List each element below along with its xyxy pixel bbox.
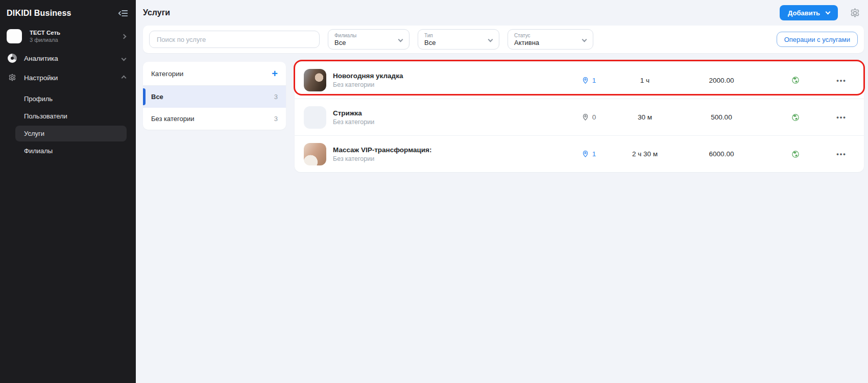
categories-title: Категории xyxy=(151,70,183,78)
service-row[interactable]: Массаж VIP-трансформация: Без категории … xyxy=(295,135,864,172)
service-category: Без категории xyxy=(333,81,566,88)
service-duration: 30 м xyxy=(612,113,678,121)
category-item-uncategorized[interactable]: Без категории 3 xyxy=(143,108,286,130)
search-input[interactable] xyxy=(149,31,320,48)
online-globe-icon xyxy=(791,113,800,122)
categories-panel: Категории + Все 3 Без категории 3 xyxy=(143,62,286,130)
add-category-icon[interactable]: + xyxy=(272,69,278,78)
chevron-right-icon xyxy=(122,34,127,39)
chevron-down-icon xyxy=(122,56,127,61)
online-globe-icon xyxy=(791,150,800,158)
topbar: Услуги Добавить xyxy=(143,0,864,26)
category-label: Все xyxy=(151,93,163,101)
service-price: 2000.00 xyxy=(678,77,765,84)
service-avatar xyxy=(304,143,326,165)
service-name: Стрижка xyxy=(333,109,566,117)
main-content: Услуги Добавить Филиалы Все Тип Все xyxy=(136,0,868,383)
account-switcher[interactable]: ТЕСТ Сеть 3 филиала xyxy=(0,25,136,49)
service-duration: 2 ч 30 м xyxy=(612,150,678,158)
row-menu-button[interactable]: ••• xyxy=(826,113,857,121)
service-row[interactable]: Новогодняя укладка Без категории 1 1 ч 2… xyxy=(295,62,864,99)
location-pin-icon xyxy=(582,113,589,121)
settings-gear-icon[interactable] xyxy=(849,7,861,19)
chevron-down-icon xyxy=(398,37,403,42)
service-row[interactable]: Стрижка Без категории 0 30 м 500.00 xyxy=(295,99,864,135)
service-price: 6000.00 xyxy=(678,150,765,158)
sidebar-item-label: Настройки xyxy=(24,74,115,82)
branches-filter-dropdown[interactable]: Филиалы Все xyxy=(328,29,409,50)
online-globe-icon xyxy=(791,76,800,84)
sidebar-item-users[interactable]: Пользователи xyxy=(15,108,127,124)
row-menu-button[interactable]: ••• xyxy=(826,150,857,158)
dropdown-label: Статус xyxy=(514,33,577,38)
brand-logo: DIKIDI Business xyxy=(7,9,71,18)
service-price: 500.00 xyxy=(678,113,765,121)
chevron-down-icon xyxy=(582,37,587,42)
service-branches: 1 xyxy=(566,150,612,158)
sidebar-item-services[interactable]: Услуги xyxy=(15,126,127,141)
service-avatar xyxy=(304,69,326,91)
category-label: Без категории xyxy=(151,115,194,123)
service-branches: 0 xyxy=(566,113,612,121)
sidebar-item-label: Аналитика xyxy=(24,55,115,62)
category-count: 3 xyxy=(274,93,278,101)
status-filter-dropdown[interactable]: Статус Активна xyxy=(508,29,593,50)
add-button-label: Добавить xyxy=(788,9,820,17)
category-count: 3 xyxy=(274,115,278,123)
gear-icon xyxy=(8,73,17,82)
account-avatar xyxy=(7,29,22,43)
sidebar-item-profile[interactable]: Профиль xyxy=(15,91,127,107)
operations-button[interactable]: Операции с услугами xyxy=(777,32,858,47)
dropdown-value: Все xyxy=(424,39,484,46)
category-item-all[interactable]: Все 3 xyxy=(143,86,286,108)
chevron-down-icon xyxy=(488,37,493,42)
sidebar-collapse-icon[interactable] xyxy=(117,8,129,19)
service-name: Массаж VIP-трансформация: xyxy=(333,146,566,154)
branch-count: 1 xyxy=(592,150,596,158)
page-title: Услуги xyxy=(143,8,170,17)
type-filter-dropdown[interactable]: Тип Все xyxy=(418,29,499,50)
sidebar-item-settings[interactable]: Настройки xyxy=(0,68,136,87)
dropdown-label: Филиалы xyxy=(334,33,394,38)
filter-bar: Филиалы Все Тип Все Статус Активна Опера… xyxy=(143,26,864,53)
branch-count: 0 xyxy=(592,113,596,121)
service-name: Новогодняя укладка xyxy=(333,72,566,80)
dropdown-value: Активна xyxy=(514,39,577,46)
branch-count: 1 xyxy=(592,77,596,84)
settings-submenu: Профиль Пользователи Услуги Филиалы xyxy=(0,89,136,160)
chevron-down-icon xyxy=(826,10,831,15)
service-duration: 1 ч xyxy=(612,77,678,84)
dropdown-label: Тип xyxy=(424,33,484,38)
chevron-up-icon xyxy=(122,75,127,80)
add-button[interactable]: Добавить xyxy=(780,5,838,20)
service-avatar xyxy=(304,106,326,129)
service-category: Без категории xyxy=(333,118,566,126)
service-category: Без категории xyxy=(333,155,566,162)
service-branches: 1 xyxy=(566,77,612,84)
account-name: ТЕСТ Сеть xyxy=(30,30,114,36)
location-pin-icon xyxy=(582,77,589,84)
sidebar: DIKIDI Business ТЕСТ Сеть 3 филиала Анал… xyxy=(0,0,136,383)
sidebar-item-analytics[interactable]: Аналитика xyxy=(0,49,136,68)
pie-chart-icon xyxy=(8,54,17,63)
sidebar-item-branches[interactable]: Филиалы xyxy=(15,143,127,159)
location-pin-icon xyxy=(582,150,589,158)
account-subtitle: 3 филиала xyxy=(30,37,114,43)
services-list: Новогодняя укладка Без категории 1 1 ч 2… xyxy=(295,62,864,172)
dropdown-value: Все xyxy=(334,39,394,46)
row-menu-button[interactable]: ••• xyxy=(826,77,857,84)
app-window: DIKIDI Business ТЕСТ Сеть 3 филиала Анал… xyxy=(0,0,868,383)
